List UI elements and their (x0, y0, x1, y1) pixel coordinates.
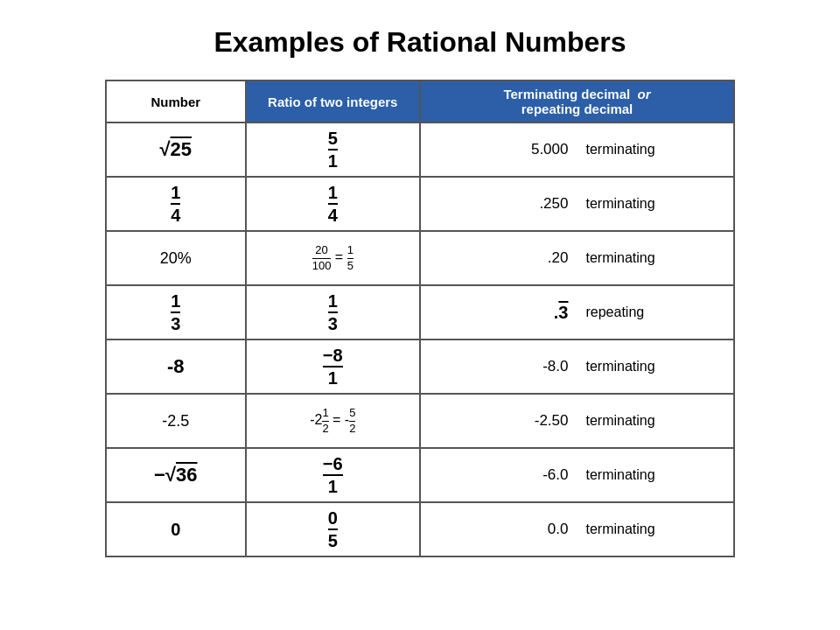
table-row: -2.5 -212 = -52 -2.50 terminating (106, 394, 734, 448)
decimal-type-0: terminating (577, 142, 724, 158)
page-title: Examples of Rational Numbers (214, 26, 626, 59)
cell-decimal-5: -2.50 terminating (420, 394, 734, 448)
cell-number-0: √25 (106, 122, 246, 177)
decimal-type-5: terminating (577, 413, 724, 429)
table-row: −√36 −61 -6.0 terminating (106, 448, 734, 502)
decimal-type-1: terminating (577, 196, 724, 212)
cell-ratio-2: 20100 = 15 (246, 231, 420, 285)
cell-decimal-1: .250 terminating (420, 177, 734, 231)
cell-decimal-3: .3 repeating (420, 285, 734, 340)
col-header-decimal: Terminating decimal orrepeating decimal (420, 80, 734, 122)
cell-number-3: 13 (106, 285, 246, 340)
cell-decimal-6: -6.0 terminating (420, 448, 734, 502)
decimal-type-3: repeating (577, 304, 724, 320)
cell-number-4: -8 (106, 340, 246, 394)
table-row: 14 14 .250 terminating (106, 177, 734, 231)
table-row: 13 13 .3 repeating (106, 285, 734, 340)
decimal-type-6: terminating (577, 467, 724, 483)
decimal-type-7: terminating (577, 522, 724, 537)
decimal-type-4: terminating (577, 359, 724, 374)
table-row: 0 05 0.0 terminating (106, 502, 734, 556)
cell-decimal-4: -8.0 terminating (420, 340, 734, 394)
table-row: -8 −81 -8.0 terminating (106, 340, 734, 394)
cell-decimal-0: 5.000 terminating (420, 122, 734, 177)
cell-number-2: 20% (106, 231, 246, 285)
cell-ratio-6: −61 (246, 448, 420, 502)
table-row: √25 51 5.000 terminating (106, 122, 734, 177)
cell-ratio-3: 13 (246, 285, 420, 340)
cell-decimal-2: .20 terminating (420, 231, 734, 285)
decimal-type-2: terminating (577, 250, 724, 266)
cell-number-5: -2.5 (106, 394, 246, 448)
col-header-ratio: Ratio of two integers (246, 80, 420, 122)
rational-numbers-table: Number Ratio of two integers Terminating… (105, 80, 735, 557)
cell-number-6: −√36 (106, 448, 246, 502)
cell-ratio-7: 05 (246, 502, 420, 556)
cell-decimal-7: 0.0 terminating (420, 502, 734, 556)
table-row: 20% 20100 = 15 .20 terminating (106, 231, 734, 285)
cell-number-1: 14 (106, 177, 246, 231)
col-header-number: Number (106, 80, 246, 122)
cell-number-7: 0 (106, 502, 246, 556)
cell-ratio-1: 14 (246, 177, 420, 231)
cell-ratio-0: 51 (246, 122, 420, 177)
cell-ratio-4: −81 (246, 340, 420, 394)
cell-ratio-5: -212 = -52 (246, 394, 420, 448)
